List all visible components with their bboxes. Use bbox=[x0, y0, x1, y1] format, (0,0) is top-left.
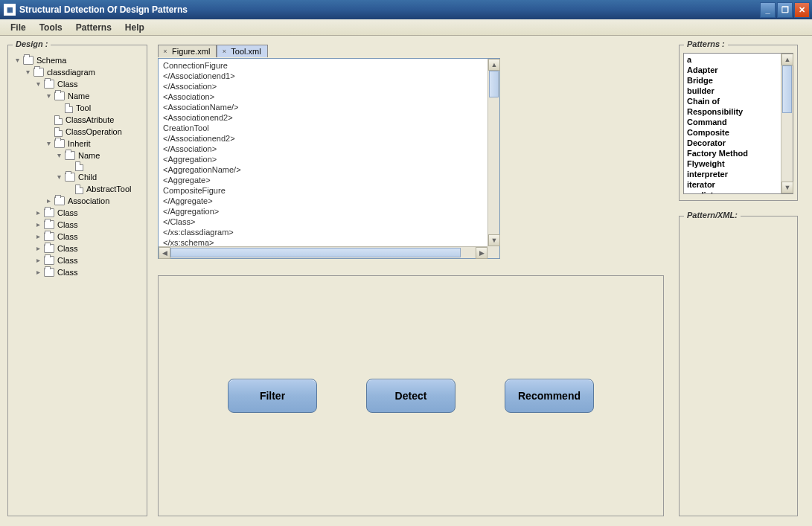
editor-tab[interactable]: ×Tool.xml bbox=[217, 45, 267, 57]
tree-row[interactable]: ▾Schema bbox=[13, 54, 142, 66]
minimize-button[interactable]: _ bbox=[760, 2, 776, 18]
tree-label: Class bbox=[57, 219, 78, 231]
pattern-item[interactable]: Flyweight bbox=[687, 158, 778, 169]
scroll-down-icon[interactable]: ▼ bbox=[781, 182, 793, 193]
editor-vscroll[interactable]: ▲ ▼ bbox=[487, 59, 499, 246]
window-title: Structural Detection Of Design Patterns bbox=[19, 4, 760, 15]
toggle-expanded-icon[interactable]: ▾ bbox=[33, 80, 42, 89]
toggle-expanded-icon[interactable]: ▾ bbox=[13, 56, 22, 65]
pattern-item[interactable]: a bbox=[687, 54, 778, 65]
filter-button[interactable]: Filter bbox=[228, 379, 317, 413]
toggle-collapsed-icon[interactable]: ▸ bbox=[33, 256, 42, 265]
toggle-expanded-icon[interactable]: ▾ bbox=[23, 68, 32, 77]
design-panel-label: Design : bbox=[13, 39, 51, 48]
tree-row[interactable]: ▾Name bbox=[13, 90, 142, 102]
toggle-collapsed-icon[interactable]: ▸ bbox=[44, 196, 53, 205]
menu-tools[interactable]: Tools bbox=[33, 20, 68, 35]
pattern-item[interactable]: Command bbox=[687, 117, 778, 127]
menu-help[interactable]: Help bbox=[119, 20, 150, 35]
editor-tab[interactable]: ×Figure.xml bbox=[158, 45, 217, 57]
design-tree[interactable]: ▾Schema▾classdiagram▾Class▾NameToolClass… bbox=[11, 53, 144, 280]
editor-line: CreationTool bbox=[163, 123, 483, 133]
file-icon bbox=[65, 103, 73, 113]
toggle-expanded-icon[interactable]: ▾ bbox=[44, 92, 53, 100]
toggle-collapsed-icon[interactable]: ▸ bbox=[33, 232, 42, 241]
tree-row[interactable] bbox=[13, 161, 142, 171]
tree-row[interactable]: ▾Name bbox=[13, 150, 142, 161]
toggle-expanded-icon[interactable]: ▾ bbox=[54, 151, 63, 160]
tree-row[interactable]: ▸Class bbox=[13, 231, 142, 243]
tree-row[interactable]: ▾Child bbox=[13, 171, 142, 183]
toggle-expanded-icon[interactable]: ▾ bbox=[54, 173, 63, 182]
scroll-left-icon[interactable]: ◀ bbox=[159, 247, 170, 259]
tree-label: Tool bbox=[76, 102, 91, 114]
tree-row[interactable]: ▸Class bbox=[13, 207, 142, 219]
toggle-collapsed-icon[interactable]: ▸ bbox=[33, 208, 42, 217]
toggle-none bbox=[44, 127, 53, 136]
tree-label: Name bbox=[78, 150, 100, 161]
detect-button[interactable]: Detect bbox=[366, 379, 455, 413]
patterns-items[interactable]: aAdapterBridgebuilderChain of Responsibi… bbox=[684, 54, 781, 193]
scroll-down-icon[interactable]: ▼ bbox=[488, 234, 500, 246]
tree-label: ClassOperation bbox=[65, 126, 122, 138]
pattern-item[interactable]: Factory Method bbox=[687, 148, 778, 158]
pattern-item[interactable]: Bridge bbox=[687, 75, 778, 86]
folder-icon bbox=[33, 68, 44, 77]
pattern-item[interactable]: Composite bbox=[687, 127, 778, 138]
toggle-collapsed-icon[interactable]: ▸ bbox=[33, 244, 42, 253]
editor-content[interactable]: ConnectionFigure</Associationend1></Asso… bbox=[159, 59, 487, 246]
scroll-right-icon[interactable]: ▶ bbox=[476, 247, 487, 259]
pattern-item[interactable]: interpreter bbox=[687, 169, 778, 179]
tree-row[interactable]: ▾classdiagram bbox=[13, 66, 142, 78]
recommend-button[interactable]: Recommend bbox=[505, 379, 594, 413]
toggle-expanded-icon[interactable]: ▾ bbox=[44, 139, 53, 148]
tree-row[interactable]: Tool bbox=[13, 102, 142, 114]
tree-row[interactable]: ▾Class bbox=[13, 78, 142, 90]
patterns-vscroll[interactable]: ▲ ▼ bbox=[781, 54, 793, 193]
tree-row[interactable]: AbstractTool bbox=[13, 183, 142, 195]
folder-icon bbox=[23, 56, 33, 65]
tree-row[interactable]: ▸Class bbox=[13, 219, 142, 231]
vscroll-thumb[interactable] bbox=[489, 71, 499, 97]
tree-row[interactable]: ClassAtribute bbox=[13, 114, 142, 126]
scroll-up-icon[interactable]: ▲ bbox=[781, 54, 793, 65]
action-panel: Filter Detect Recommend bbox=[158, 275, 664, 516]
menu-patterns[interactable]: Patterns bbox=[70, 20, 118, 35]
tree-row[interactable]: ▸Class bbox=[13, 243, 142, 254]
tree-label: Class bbox=[57, 254, 78, 266]
tree-row[interactable]: ▸Class bbox=[13, 254, 142, 266]
pattern-item[interactable]: Decorator bbox=[687, 138, 778, 148]
folder-icon bbox=[44, 232, 54, 241]
tree-label: Association bbox=[68, 195, 109, 207]
editor-line: </Aggregate> bbox=[163, 196, 483, 206]
hscroll-thumb[interactable] bbox=[170, 248, 461, 257]
editor-line: <Aggregate> bbox=[163, 175, 483, 185]
maximize-button[interactable]: ❐ bbox=[777, 2, 793, 18]
pattern-item[interactable]: Chain of Responsibility bbox=[687, 96, 778, 117]
editor-line: <Aggregation> bbox=[163, 154, 483, 164]
pattern-xml-panel: Pattern/XML: bbox=[679, 216, 798, 516]
tree-row[interactable]: ▸Association bbox=[13, 195, 142, 207]
close-button[interactable]: ✕ bbox=[794, 2, 810, 18]
tab-close-icon[interactable]: × bbox=[220, 48, 228, 55]
menu-file[interactable]: File bbox=[4, 20, 32, 35]
toggle-collapsed-icon[interactable]: ▸ bbox=[33, 268, 42, 277]
tab-close-icon[interactable]: × bbox=[162, 48, 169, 55]
editor-hscroll[interactable]: ◀ ▶ bbox=[159, 246, 487, 258]
vscroll-thumb[interactable] bbox=[782, 65, 792, 113]
pattern-item[interactable]: iterator bbox=[687, 179, 778, 190]
tree-row[interactable]: ▾Inherit bbox=[13, 138, 142, 150]
toggle-none bbox=[65, 162, 74, 171]
pattern-item[interactable]: builder bbox=[687, 86, 778, 96]
tree-label: Schema bbox=[36, 54, 66, 66]
scroll-up-icon[interactable]: ▲ bbox=[488, 59, 500, 71]
scroll-corner bbox=[487, 246, 499, 258]
pattern-item[interactable]: mediator bbox=[687, 190, 778, 193]
tree-row[interactable]: ▸Class bbox=[13, 266, 142, 278]
editor-line: CompositeFigure bbox=[163, 185, 483, 196]
tree-label: Inherit bbox=[68, 138, 91, 150]
pattern-item[interactable]: Adapter bbox=[687, 65, 778, 75]
tree-row[interactable]: ClassOperation bbox=[13, 126, 142, 138]
toggle-collapsed-icon[interactable]: ▸ bbox=[33, 220, 42, 229]
tab-label: Figure.xml bbox=[172, 47, 210, 56]
